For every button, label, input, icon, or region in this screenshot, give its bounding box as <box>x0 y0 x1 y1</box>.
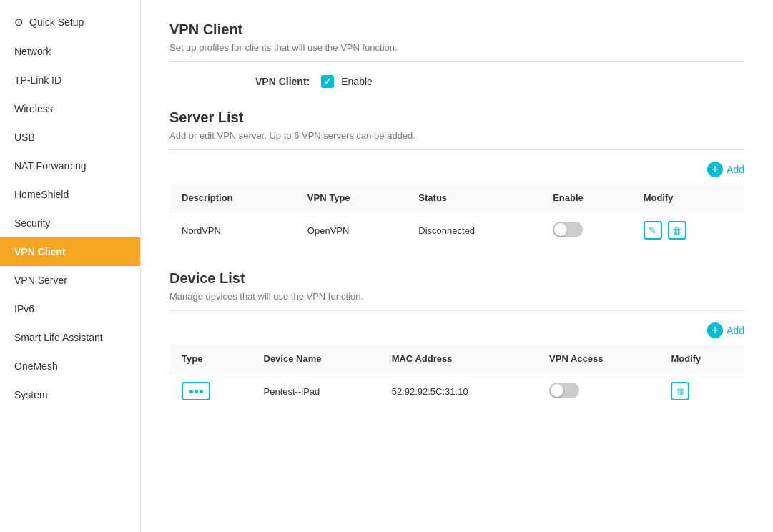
vpn-client-enable-text: Enable <box>341 76 373 87</box>
col-status: Status <box>407 184 541 212</box>
col-vpn-access: VPN Access <box>538 345 659 373</box>
main-content: VPN Client Set up profiles for clients t… <box>141 0 773 532</box>
col-modify-device: Modify <box>659 345 744 373</box>
col-type: Type <box>170 345 252 373</box>
device-name: Pentest--iPad <box>252 373 380 410</box>
add-plus-icon: + <box>707 162 723 177</box>
vpn-client-enable-label: VPN Client: <box>255 76 310 87</box>
sidebar-item-label: OneMesh <box>14 360 58 372</box>
sidebar-item-network[interactable]: Network <box>0 37 140 66</box>
sidebar-item-label: System <box>14 389 48 400</box>
toggle-switch[interactable] <box>549 383 579 398</box>
server-vpn-type: OpenVPN <box>296 212 407 249</box>
sidebar-item-label: Security <box>14 217 51 229</box>
sidebar: ⊙Quick SetupNetworkTP-Link IDWirelessUSB… <box>0 0 141 532</box>
sidebar-item-label: TP-Link ID <box>14 74 61 86</box>
col-description: Description <box>170 184 296 212</box>
sidebar-item-usb[interactable]: USB <box>0 123 140 152</box>
server-list-title: Server List <box>169 109 744 126</box>
device-type-cell <box>170 373 252 410</box>
delete-icon[interactable]: 🗑 <box>668 221 686 240</box>
device-add-label: Add <box>727 325 744 336</box>
sidebar-item-homeshield[interactable]: HomeShield <box>0 180 140 209</box>
server-status: Disconnected <box>407 212 541 249</box>
sidebar-item-security[interactable]: Security <box>0 209 140 237</box>
vpn-client-section: VPN Client Set up profiles for clients t… <box>169 21 744 88</box>
vpn-client-enable-row: VPN Client: ✓ Enable <box>255 75 744 88</box>
server-list-section: Server List Add or edit VPN server. Up t… <box>169 109 744 249</box>
col-device-name: Device Name <box>252 345 380 373</box>
server-list-add-button[interactable]: + Add <box>169 162 744 177</box>
toggle-switch[interactable] <box>553 222 583 237</box>
server-enable-toggle[interactable] <box>541 212 632 249</box>
device-modify: 🗑 <box>659 373 744 410</box>
sidebar-item-smart-life-assistant[interactable]: Smart Life Assistant <box>0 323 140 352</box>
sidebar-item-quick-setup[interactable]: ⊙Quick Setup <box>0 7 140 37</box>
device-mac: 52:92:92:5C:31:10 <box>380 373 538 410</box>
sidebar-item-label: HomeShield <box>14 189 69 200</box>
sidebar-item-label: NAT Forwarding <box>14 160 87 172</box>
col-vpn-type: VPN Type <box>296 184 407 212</box>
server-description: NordVPN <box>170 212 296 249</box>
device-list-title: Device List <box>169 270 744 287</box>
sidebar-item-tp-link-id[interactable]: TP-Link ID <box>0 66 140 94</box>
device-table-header-row: Type Device Name MAC Address VPN Access … <box>170 345 744 373</box>
sidebar-item-system[interactable]: System <box>0 380 140 409</box>
device-list-desc: Manage devices that will use the VPN fun… <box>169 291 744 311</box>
sidebar-item-ipv6[interactable]: IPv6 <box>0 295 140 323</box>
col-modify: Modify <box>632 184 744 212</box>
sidebar-item-label: Network <box>14 46 51 57</box>
device-list-add-button[interactable]: + Add <box>169 322 744 338</box>
sidebar-item-label: Wireless <box>14 103 53 114</box>
server-list-table: Description VPN Type Status Enable Modif… <box>169 183 744 249</box>
device-list-section: Device List Manage devices that will use… <box>169 270 744 410</box>
delete-icon[interactable]: 🗑 <box>671 382 689 400</box>
sidebar-item-wireless[interactable]: Wireless <box>0 94 140 123</box>
sidebar-item-vpn-server[interactable]: VPN Server <box>0 266 140 295</box>
server-modify: ✎🗑 <box>632 212 744 249</box>
device-vpn-access-toggle[interactable] <box>538 373 659 410</box>
sidebar-item-vpn-client[interactable]: VPN Client <box>0 237 140 266</box>
device-type-icon <box>182 382 210 400</box>
table-row: Pentest--iPad52:92:92:5C:31:10🗑 <box>170 373 744 410</box>
sidebar-item-label: USB <box>14 132 35 143</box>
sidebar-item-label: IPv6 <box>14 303 34 315</box>
vpn-client-desc: Set up profiles for clients that will us… <box>169 42 744 62</box>
server-list-desc: Add or edit VPN server. Up to 6 VPN serv… <box>169 130 744 150</box>
sidebar-item-label: Quick Setup <box>29 16 84 28</box>
modify-icons-group: 🗑 <box>671 382 732 400</box>
device-add-plus-icon: + <box>707 322 723 338</box>
device-list-table: Type Device Name MAC Address VPN Access … <box>169 344 744 410</box>
table-row: NordVPNOpenVPNDisconnected✎🗑 <box>170 212 744 249</box>
server-add-label: Add <box>727 164 744 175</box>
edit-icon[interactable]: ✎ <box>644 221 662 240</box>
col-mac-address: MAC Address <box>380 345 538 373</box>
vpn-client-title: VPN Client <box>169 21 744 38</box>
modify-icons-group: ✎🗑 <box>644 221 732 240</box>
col-enable: Enable <box>541 184 632 212</box>
vpn-client-enable-checkbox[interactable]: ✓ <box>321 75 334 88</box>
sidebar-item-label: VPN Client <box>14 246 66 257</box>
sidebar-item-label: VPN Server <box>14 275 67 286</box>
sidebar-item-onemesh[interactable]: OneMesh <box>0 352 140 380</box>
server-table-header-row: Description VPN Type Status Enable Modif… <box>170 184 744 212</box>
sidebar-item-nat-forwarding[interactable]: NAT Forwarding <box>0 152 140 180</box>
gear-icon: ⊙ <box>14 16 24 29</box>
sidebar-item-label: Smart Life Assistant <box>14 332 103 343</box>
